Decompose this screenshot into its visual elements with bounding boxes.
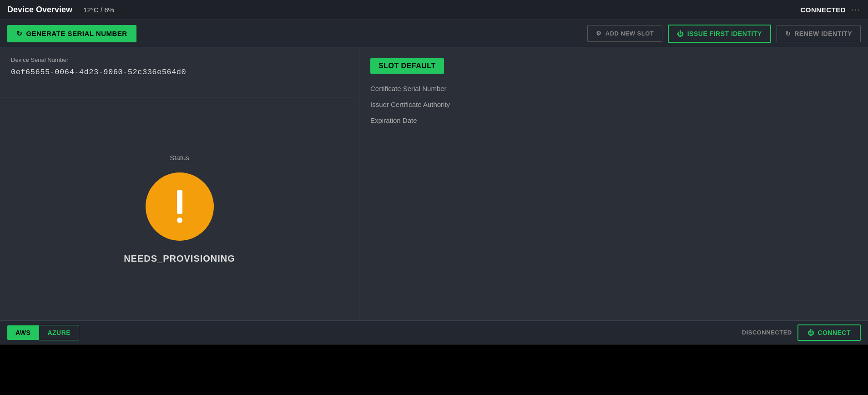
status-icon-circle [146, 172, 214, 241]
slot-badge: SLOT DEFAULT [370, 58, 444, 74]
serial-card: Device Serial Number 0ef65655-0064-4d23-… [0, 47, 359, 97]
tab-azure[interactable]: AZURE [39, 325, 79, 340]
connection-status: CONNECTED [800, 6, 846, 14]
connect-button[interactable]: CONNECT [797, 324, 861, 341]
issue-first-identity-button[interactable]: ISSUE FIRST IDENTITY [668, 25, 771, 43]
bottom-section: AWS AZURE DISCONNECTED CONNECT [0, 320, 868, 395]
page-title: Device Overview [7, 5, 72, 15]
terminal-area[interactable] [0, 344, 868, 395]
generate-serial-button[interactable]: GENERATE SERIAL NUMBER [7, 25, 136, 42]
more-options-icon[interactable]: ··· [851, 5, 861, 15]
exclamation-dot [177, 218, 182, 223]
header: Device Overview 12°C / 6% CONNECTED ··· [0, 0, 868, 20]
refresh-icon [16, 30, 23, 38]
tab-aws[interactable]: AWS [7, 325, 39, 340]
device-stats: 12°C / 6% [83, 6, 800, 14]
serial-value: 0ef65655-0064-4d23-9060-52c336e564d0 [11, 68, 348, 76]
plug-icon [677, 30, 684, 37]
issuer-ca-label: Issuer Certificate Authority [370, 101, 857, 108]
serial-label: Device Serial Number [11, 56, 348, 63]
add-new-slot-button[interactable]: ADD NEW SLOT [587, 25, 662, 42]
main-area: Device Serial Number 0ef65655-0064-4d23-… [0, 47, 868, 320]
expiration-date-label: Expiration Date [370, 116, 857, 124]
bottom-toolbar: AWS AZURE DISCONNECTED CONNECT [0, 321, 868, 344]
disconnected-label: DISCONNECTED [742, 329, 792, 336]
exclamation-icon [177, 190, 182, 223]
right-panel: SLOT DEFAULT Certificate Serial Number I… [359, 47, 868, 320]
status-label: Status [170, 154, 189, 162]
renew-icon [785, 30, 791, 37]
status-text: NEEDS_PROVISIONING [124, 253, 235, 264]
connect-icon [807, 329, 814, 336]
cert-serial-label: Certificate Serial Number [370, 85, 857, 92]
renew-identity-button[interactable]: RENEW IDENTITY [777, 25, 861, 42]
left-panel: Device Serial Number 0ef65655-0064-4d23-… [0, 47, 359, 320]
status-card: Status NEEDS_PROVISIONING [0, 97, 359, 320]
exclamation-bar [177, 190, 182, 214]
toolbar: GENERATE SERIAL NUMBER ADD NEW SLOT ISSU… [0, 20, 868, 47]
gear-icon [596, 30, 602, 37]
content-wrapper: Device Serial Number 0ef65655-0064-4d23-… [0, 47, 868, 395]
